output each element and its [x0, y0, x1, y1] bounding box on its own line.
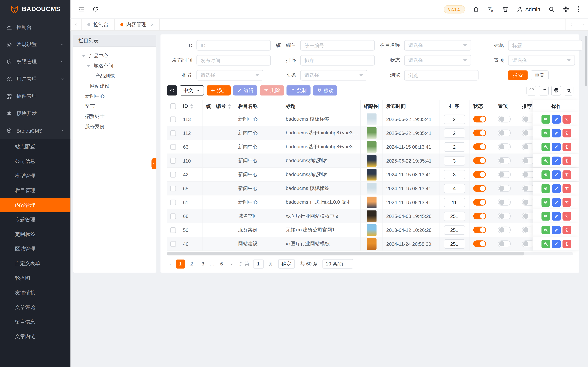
row-checkbox[interactable]	[170, 227, 176, 233]
row-preview-button[interactable]	[541, 184, 550, 193]
status-select[interactable]: 请选择	[404, 55, 471, 66]
columns-toggle-button[interactable]	[527, 86, 536, 95]
table-refresh-button[interactable]	[167, 85, 177, 95]
row-checkbox[interactable]	[170, 158, 176, 163]
row-top-toggle[interactable]	[498, 143, 511, 150]
views-input[interactable]	[404, 70, 478, 81]
row-sort-input[interactable]	[444, 211, 465, 221]
row-delete-button[interactable]	[562, 212, 571, 220]
search-button[interactable]: 搜索	[508, 70, 527, 80]
row-preview-button[interactable]	[541, 226, 550, 234]
collapse-panel-handle[interactable]	[151, 158, 156, 169]
sidebar-subitem-custom-tags[interactable]: 定制标签	[0, 227, 70, 242]
row-preview-button[interactable]	[541, 240, 550, 248]
tree-node-domain-space[interactable]: 域名空间	[73, 61, 156, 71]
refresh-page-button[interactable]	[92, 6, 99, 13]
row-thumbnail[interactable]	[367, 155, 376, 167]
page-button-3[interactable]: 3	[199, 259, 208, 268]
page-size-select[interactable]: 10 条/页	[322, 259, 354, 268]
row-delete-button[interactable]	[562, 198, 571, 206]
edit-button[interactable]: 编辑	[233, 85, 257, 95]
sort-input[interactable]	[300, 55, 375, 66]
row-delete-button[interactable]	[562, 156, 571, 165]
row-status-toggle[interactable]	[473, 199, 486, 206]
row-sort-input[interactable]	[444, 198, 465, 207]
export-button[interactable]	[539, 86, 549, 95]
row-thumbnail[interactable]	[367, 183, 376, 194]
sidebar-subitem-topics[interactable]: 专题管理	[0, 212, 70, 227]
sidebar-subitem-guestbook-info[interactable]: 留言信息	[0, 315, 70, 329]
row-preview-button[interactable]	[541, 129, 550, 137]
row-sort-input[interactable]	[444, 225, 465, 234]
user-menu[interactable]: Admin	[516, 6, 540, 13]
row-thumbnail[interactable]	[367, 141, 376, 153]
row-status-toggle[interactable]	[473, 157, 486, 164]
row-status-toggle[interactable]	[473, 227, 486, 233]
app-logo[interactable]: BADOUCMS	[0, 0, 70, 19]
sidebar-item-general-settings[interactable]: 常规设置	[0, 36, 70, 53]
row-preview-button[interactable]	[541, 142, 550, 151]
sort-icons[interactable]	[190, 104, 193, 108]
row-edit-button[interactable]	[552, 170, 561, 179]
page-button-1[interactable]: 1	[176, 259, 185, 268]
row-sort-input[interactable]	[444, 184, 465, 193]
headline-select[interactable]: 请选择	[300, 70, 367, 81]
row-recommend-toggle[interactable]	[522, 157, 535, 164]
row-top-toggle[interactable]	[498, 157, 511, 164]
row-preview-button[interactable]	[541, 115, 550, 123]
row-top-toggle[interactable]	[498, 116, 511, 123]
row-sort-input[interactable]	[444, 156, 465, 165]
row-recommend-toggle[interactable]	[522, 116, 535, 123]
sidebar-subitem-categories[interactable]: 栏目管理	[0, 183, 70, 198]
top-select[interactable]: 请选择	[508, 55, 575, 66]
sidebar-item-plugins[interactable]: 插件管理	[0, 88, 70, 105]
sidebar-subitem-custom-forms[interactable]: 自定义表单	[0, 256, 70, 271]
print-button[interactable]	[551, 86, 561, 95]
row-preview-button[interactable]	[541, 170, 550, 179]
row-delete-button[interactable]	[562, 142, 571, 151]
prev-page-button[interactable]	[167, 259, 174, 268]
tree-node-recruit[interactable]: 招贤纳士	[73, 111, 156, 121]
sidebar-subitem-article-inlinks[interactable]: 文章内链	[0, 329, 70, 344]
row-thumbnail[interactable]	[367, 127, 376, 139]
row-top-toggle[interactable]	[498, 171, 511, 178]
next-page-button[interactable]	[228, 259, 235, 268]
publish-time-input[interactable]	[197, 55, 271, 66]
sidebar-item-module-dev[interactable]: 模块开发	[0, 105, 70, 122]
id-input[interactable]	[197, 40, 271, 51]
sidebar-item-users[interactable]: 用户管理	[0, 70, 70, 88]
tabs-scroll-right-button[interactable]	[565, 19, 577, 30]
clear-cache-button[interactable]	[502, 6, 509, 13]
row-status-toggle[interactable]	[473, 213, 486, 219]
goto-page-input[interactable]	[253, 259, 264, 268]
row-status-toggle[interactable]	[473, 130, 486, 136]
translate-button[interactable]: 文A	[487, 6, 494, 13]
tree-node-product-center[interactable]: 产品中心	[73, 51, 156, 61]
sidebar-subitem-carousel[interactable]: 轮播图	[0, 271, 70, 285]
row-delete-button[interactable]	[562, 129, 571, 137]
delete-button[interactable]: 删除	[260, 85, 284, 95]
tabs-scroll-left-button[interactable]	[70, 19, 82, 30]
tabs-menu-button[interactable]	[577, 19, 588, 30]
tree-node-service-cases[interactable]: 服务案例	[73, 121, 156, 131]
row-recommend-toggle[interactable]	[522, 171, 535, 178]
row-recommend-toggle[interactable]	[522, 130, 535, 136]
tab-dashboard[interactable]: 控制台	[82, 19, 114, 30]
sidebar-item-dashboard[interactable]: 控制台	[0, 19, 70, 36]
row-thumbnail[interactable]	[367, 196, 376, 208]
horizontal-scrollbar[interactable]	[167, 252, 573, 255]
row-status-toggle[interactable]	[473, 185, 486, 192]
page-button-6[interactable]: 6	[217, 259, 226, 268]
close-tab-icon[interactable]: ×	[150, 21, 154, 28]
row-thumbnail[interactable]	[367, 113, 376, 125]
add-button[interactable]: 添加	[207, 85, 231, 95]
row-top-toggle[interactable]	[498, 185, 511, 192]
fullscreen-button[interactable]	[562, 6, 570, 13]
row-recommend-toggle[interactable]	[522, 143, 535, 150]
row-thumbnail[interactable]	[367, 224, 376, 236]
collapse-sidebar-button[interactable]	[78, 6, 85, 13]
row-recommend-toggle[interactable]	[522, 213, 535, 219]
recommend-select[interactable]: 请选择	[197, 70, 263, 81]
row-edit-button[interactable]	[552, 142, 561, 151]
language-select[interactable]: 中文	[180, 85, 204, 95]
